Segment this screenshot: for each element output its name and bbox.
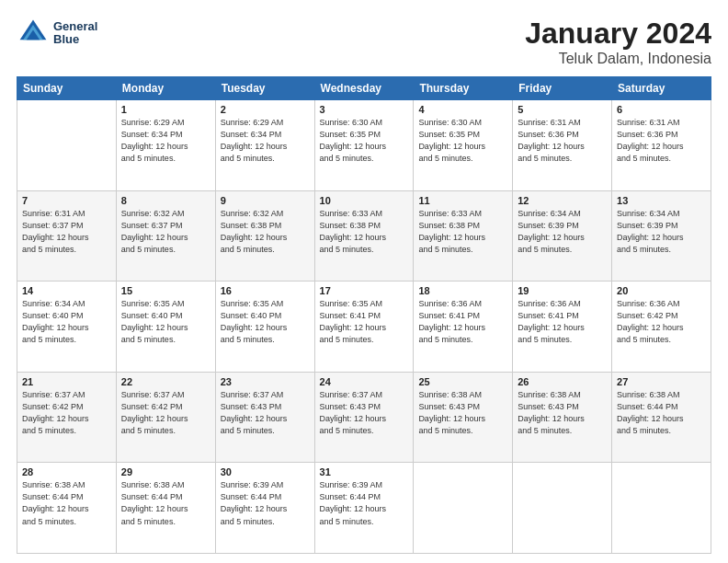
day-number: 26: [518, 376, 607, 387]
calendar-cell: 5Sunrise: 6:31 AMSunset: 6:36 PMDaylight…: [513, 100, 612, 191]
day-info: Sunrise: 6:33 AMSunset: 6:38 PMDaylight:…: [418, 208, 507, 256]
day-number: 21: [22, 376, 111, 387]
day-info: Sunrise: 6:33 AMSunset: 6:38 PMDaylight:…: [320, 208, 409, 256]
day-info: Sunrise: 6:34 AMSunset: 6:39 PMDaylight:…: [518, 208, 607, 256]
day-info: Sunrise: 6:37 AMSunset: 6:42 PMDaylight:…: [121, 389, 210, 437]
day-number: 22: [121, 376, 210, 387]
day-number: 29: [121, 466, 210, 477]
day-header-saturday: Saturday: [612, 77, 711, 100]
day-number: 14: [22, 285, 111, 296]
calendar-cell: 31Sunrise: 6:39 AMSunset: 6:44 PMDayligh…: [314, 463, 414, 554]
day-info: Sunrise: 6:31 AMSunset: 6:36 PMDaylight:…: [617, 117, 706, 165]
day-info: Sunrise: 6:32 AMSunset: 6:38 PMDaylight:…: [221, 208, 310, 256]
logo-text: General Blue: [53, 20, 97, 47]
calendar-subtitle: Teluk Dalam, Indonesia: [525, 51, 711, 67]
day-info: Sunrise: 6:39 AMSunset: 6:44 PMDaylight:…: [320, 479, 409, 527]
day-number: 19: [518, 285, 607, 296]
calendar-cell: 15Sunrise: 6:35 AMSunset: 6:40 PMDayligh…: [116, 282, 215, 373]
calendar-cell: 17Sunrise: 6:35 AMSunset: 6:41 PMDayligh…: [314, 282, 414, 373]
day-info: Sunrise: 6:38 AMSunset: 6:44 PMDaylight:…: [617, 389, 706, 437]
day-header-sunday: Sunday: [17, 77, 117, 100]
calendar-cell: 30Sunrise: 6:39 AMSunset: 6:44 PMDayligh…: [215, 463, 314, 554]
calendar-cell: 7Sunrise: 6:31 AMSunset: 6:37 PMDaylight…: [17, 190, 117, 282]
day-header-wednesday: Wednesday: [314, 77, 414, 100]
calendar-cell: 14Sunrise: 6:34 AMSunset: 6:40 PMDayligh…: [17, 282, 117, 373]
day-number: 15: [121, 285, 210, 296]
day-number: 17: [320, 285, 409, 296]
calendar-cell: 1Sunrise: 6:29 AMSunset: 6:34 PMDaylight…: [116, 100, 215, 191]
day-info: Sunrise: 6:38 AMSunset: 6:44 PMDaylight:…: [121, 479, 210, 527]
day-number: 3: [320, 104, 409, 115]
day-info: Sunrise: 6:37 AMSunset: 6:43 PMDaylight:…: [320, 389, 409, 437]
calendar-cell: 24Sunrise: 6:37 AMSunset: 6:43 PMDayligh…: [314, 372, 414, 463]
calendar-cell: 21Sunrise: 6:37 AMSunset: 6:42 PMDayligh…: [17, 372, 117, 463]
calendar-cell: 8Sunrise: 6:32 AMSunset: 6:37 PMDaylight…: [116, 190, 215, 282]
week-row-1: 1Sunrise: 6:29 AMSunset: 6:34 PMDaylight…: [17, 100, 711, 191]
calendar-cell: 22Sunrise: 6:37 AMSunset: 6:42 PMDayligh…: [116, 372, 215, 463]
calendar-cell: 29Sunrise: 6:38 AMSunset: 6:44 PMDayligh…: [116, 463, 215, 554]
day-number: 16: [221, 285, 310, 296]
calendar-cell: 16Sunrise: 6:35 AMSunset: 6:40 PMDayligh…: [215, 282, 314, 373]
calendar-cell: [612, 463, 711, 554]
calendar-cell: 20Sunrise: 6:36 AMSunset: 6:42 PMDayligh…: [612, 282, 711, 373]
day-number: 6: [617, 104, 706, 115]
day-info: Sunrise: 6:30 AMSunset: 6:35 PMDaylight:…: [418, 117, 507, 165]
day-info: Sunrise: 6:38 AMSunset: 6:43 PMDaylight:…: [418, 389, 507, 437]
logo-line2: Blue: [53, 33, 97, 46]
calendar-cell: 4Sunrise: 6:30 AMSunset: 6:35 PMDaylight…: [414, 100, 513, 191]
day-info: Sunrise: 6:36 AMSunset: 6:41 PMDaylight:…: [418, 298, 507, 346]
calendar-cell: 26Sunrise: 6:38 AMSunset: 6:43 PMDayligh…: [513, 372, 612, 463]
calendar-cell: 3Sunrise: 6:30 AMSunset: 6:35 PMDaylight…: [314, 100, 414, 191]
day-number: 10: [320, 195, 409, 206]
day-number: 2: [221, 104, 310, 115]
day-number: 18: [418, 285, 507, 296]
calendar-cell: 23Sunrise: 6:37 AMSunset: 6:43 PMDayligh…: [215, 372, 314, 463]
calendar-cell: 25Sunrise: 6:38 AMSunset: 6:43 PMDayligh…: [414, 372, 513, 463]
logo-line1: General: [53, 20, 97, 33]
week-row-4: 21Sunrise: 6:37 AMSunset: 6:42 PMDayligh…: [17, 372, 711, 463]
calendar-cell: 12Sunrise: 6:34 AMSunset: 6:39 PMDayligh…: [513, 190, 612, 282]
day-info: Sunrise: 6:38 AMSunset: 6:43 PMDaylight:…: [518, 389, 607, 437]
day-info: Sunrise: 6:39 AMSunset: 6:44 PMDaylight:…: [221, 479, 310, 527]
day-info: Sunrise: 6:35 AMSunset: 6:40 PMDaylight:…: [221, 298, 310, 346]
day-header-friday: Friday: [513, 77, 612, 100]
day-info: Sunrise: 6:36 AMSunset: 6:41 PMDaylight:…: [518, 298, 607, 346]
day-number: 20: [617, 285, 706, 296]
day-number: 30: [221, 466, 310, 477]
day-info: Sunrise: 6:35 AMSunset: 6:41 PMDaylight:…: [320, 298, 409, 346]
day-number: 9: [221, 195, 310, 206]
day-info: Sunrise: 6:37 AMSunset: 6:43 PMDaylight:…: [221, 389, 310, 437]
day-info: Sunrise: 6:34 AMSunset: 6:39 PMDaylight:…: [617, 208, 706, 256]
day-number: 7: [22, 195, 111, 206]
day-number: 24: [320, 376, 409, 387]
calendar-cell: [414, 463, 513, 554]
day-header-monday: Monday: [116, 77, 215, 100]
day-info: Sunrise: 6:36 AMSunset: 6:42 PMDaylight:…: [617, 298, 706, 346]
week-row-3: 14Sunrise: 6:34 AMSunset: 6:40 PMDayligh…: [17, 282, 711, 373]
calendar-cell: [513, 463, 612, 554]
day-info: Sunrise: 6:31 AMSunset: 6:36 PMDaylight:…: [518, 117, 607, 165]
calendar-cell: 6Sunrise: 6:31 AMSunset: 6:36 PMDaylight…: [612, 100, 711, 191]
day-info: Sunrise: 6:31 AMSunset: 6:37 PMDaylight:…: [22, 208, 111, 256]
day-number: 23: [221, 376, 310, 387]
week-row-5: 28Sunrise: 6:38 AMSunset: 6:44 PMDayligh…: [17, 463, 711, 554]
header-row: SundayMondayTuesdayWednesdayThursdayFrid…: [17, 77, 711, 100]
week-row-2: 7Sunrise: 6:31 AMSunset: 6:37 PMDaylight…: [17, 190, 711, 282]
day-number: 13: [617, 195, 706, 206]
calendar-cell: 28Sunrise: 6:38 AMSunset: 6:44 PMDayligh…: [17, 463, 117, 554]
title-block: January 2024 Teluk Dalam, Indonesia: [525, 17, 711, 67]
calendar-cell: 2Sunrise: 6:29 AMSunset: 6:34 PMDaylight…: [215, 100, 314, 191]
day-number: 12: [518, 195, 607, 206]
logo-icon: [17, 17, 50, 50]
day-number: 1: [121, 104, 210, 115]
day-info: Sunrise: 6:34 AMSunset: 6:40 PMDaylight:…: [22, 298, 111, 346]
day-number: 11: [418, 195, 507, 206]
day-info: Sunrise: 6:29 AMSunset: 6:34 PMDaylight:…: [121, 117, 210, 165]
page: General Blue January 2024 Teluk Dalam, I…: [0, 0, 728, 563]
logo: General Blue: [17, 17, 97, 50]
day-number: 25: [418, 376, 507, 387]
day-info: Sunrise: 6:38 AMSunset: 6:44 PMDaylight:…: [22, 479, 111, 527]
calendar-cell: [17, 100, 117, 191]
calendar-cell: 27Sunrise: 6:38 AMSunset: 6:44 PMDayligh…: [612, 372, 711, 463]
day-number: 28: [22, 466, 111, 477]
